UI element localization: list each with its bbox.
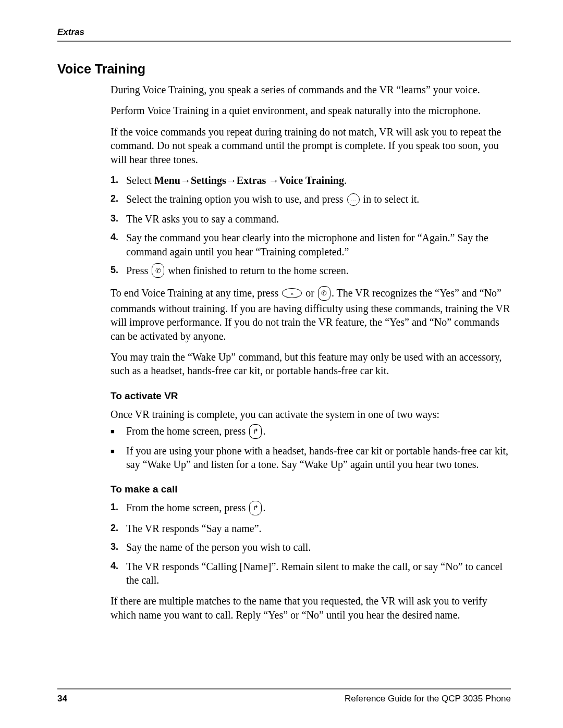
bullet-text: If you are using your phone with a heads… (126, 444, 511, 472)
activate-intro: Once VR training is complete, you can ac… (111, 408, 511, 421)
step-4: 4. Say the command you hear clearly into… (111, 231, 511, 258)
intro-p3: If the voice commands you repeat during … (111, 125, 511, 166)
intro-p1: During Voice Training, you speak a serie… (111, 83, 511, 96)
step-number: 3. (111, 212, 126, 226)
step-3: 3. The VR asks you to say a command. (111, 212, 511, 226)
end-key-icon: ✆ (152, 263, 164, 278)
section-title: Voice Training (57, 61, 511, 77)
step-number: 4. (111, 560, 126, 587)
step-2: 2. The VR responds “Say a name”. (111, 522, 511, 535)
end-key-icon: ✆ (318, 286, 331, 301)
step-number: 2. (111, 192, 126, 206)
page-number: 34 (57, 694, 67, 704)
talk-key-icon: ↱ (249, 424, 262, 439)
footer-title: Reference Guide for the QCP 3035 Phone (345, 694, 511, 704)
intro-p2: Perform Voice Training in a quiet enviro… (111, 104, 511, 117)
step-5: 5. Press ✆ when finished to return to th… (111, 264, 511, 279)
post-p1: To end Voice Training at any time, press… (111, 286, 511, 343)
step-text: Select the training option you wish to u… (126, 192, 511, 206)
running-header: Extras (57, 27, 511, 42)
bullet-marker: ■ (111, 444, 126, 472)
talk-key-icon: ↱ (249, 501, 262, 515)
post-p2: You may train the “Wake Up” command, but… (111, 350, 511, 378)
step-number: 3. (111, 540, 126, 554)
step-number: 1. (111, 174, 126, 187)
step-text: Select Menu→Settings→Extras →Voice Train… (126, 174, 511, 187)
subsection-activate-title: To activate VR (111, 389, 511, 402)
bullet-text: From the home screen, press ↱. (126, 424, 511, 439)
step-text: Say the command you hear clearly into th… (126, 231, 511, 258)
makecall-steps: 1. From the home screen, press ↱. 2. The… (111, 501, 511, 587)
step-number: 4. (111, 231, 126, 258)
step-text: Say the name of the person you wish to c… (126, 540, 511, 554)
body-content: During Voice Training, you speak a serie… (111, 83, 511, 622)
page: Extras Voice Training During Voice Train… (0, 0, 563, 728)
step-text: The VR responds “Calling [Name]”. Remain… (126, 560, 511, 587)
menu-path: Menu→Settings→Extras →Voice Training (154, 175, 344, 186)
bullet-item: ■ From the home screen, press ↱. (111, 424, 511, 439)
bullet-marker: ■ (111, 424, 126, 439)
step-text: Press ✆ when finished to return to the h… (126, 264, 511, 279)
activate-bullets: ■ From the home screen, press ↱. ■ If yo… (111, 424, 511, 471)
step-4: 4. The VR responds “Calling [Name]”. Rem… (111, 560, 511, 587)
step-number: 5. (111, 264, 126, 279)
makecall-post: If there are multiple matches to the nam… (111, 594, 511, 622)
subsection-makecall-title: To make a call (111, 483, 511, 496)
step-number: 1. (111, 501, 126, 516)
step-1: 1. Select Menu→Settings→Extras →Voice Tr… (111, 174, 511, 187)
step-3: 3. Say the name of the person you wish t… (111, 540, 511, 554)
step-2: 2. Select the training option you wish t… (111, 192, 511, 206)
training-steps: 1. Select Menu→Settings→Extras →Voice Tr… (111, 174, 511, 279)
clr-key-icon: « (282, 288, 302, 298)
page-footer: 34 Reference Guide for the QCP 3035 Phon… (57, 688, 511, 704)
bullet-item: ■ If you are using your phone with a hea… (111, 444, 511, 472)
ok-key-icon: … (347, 193, 360, 206)
step-text: The VR responds “Say a name”. (126, 522, 511, 535)
step-number: 2. (111, 522, 126, 535)
chapter-label: Extras (57, 27, 84, 37)
step-text: From the home screen, press ↱. (126, 501, 511, 516)
step-text: The VR asks you to say a command. (126, 212, 511, 226)
step-1: 1. From the home screen, press ↱. (111, 501, 511, 516)
